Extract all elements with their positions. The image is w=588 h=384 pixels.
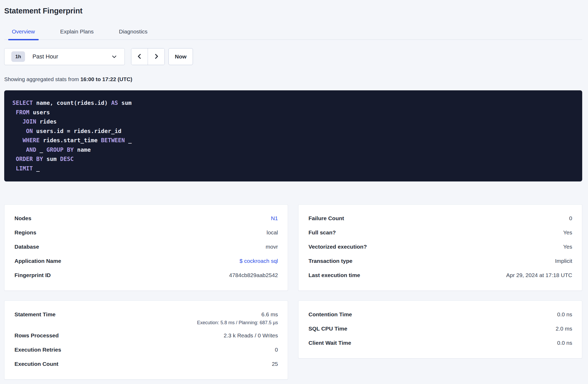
row-statement-time: Statement Time 6.6 ms: [14, 311, 278, 318]
stat-label: Rows Processed: [14, 332, 59, 339]
statement-info-card: Nodes N1 Regions local Database movr App…: [4, 204, 288, 291]
page-container: Statement Fingerprint Overview Explain P…: [0, 0, 588, 380]
stat-value: 0.0 ns: [557, 311, 572, 318]
stat-label: Database: [14, 244, 39, 250]
aggregated-stats-range: 16:00 to 17:22 (UTC): [80, 76, 132, 82]
stat-value: local: [267, 229, 278, 236]
previous-interval-button[interactable]: [131, 48, 148, 65]
execution-attributes-card: Failure Count 0 Full scan? Yes Vectorize…: [298, 204, 582, 291]
sql-statement: SELECT name, count(rides.id) AS sum FROM…: [4, 90, 582, 181]
stat-label: Statement Time: [14, 311, 56, 318]
time-range-badge: 1h: [11, 51, 25, 62]
stat-label: Last execution time: [308, 272, 360, 278]
tab-overview[interactable]: Overview: [8, 28, 39, 40]
statement-time-breakdown: Execution: 5.8 ms / Planning: 687.5 µs: [14, 319, 278, 326]
stat-label: Vectorized execution?: [308, 244, 367, 250]
tab-diagnostics[interactable]: Diagnostics: [115, 28, 151, 40]
stat-value: 4784cb829aab2542: [229, 272, 278, 278]
next-interval-button[interactable]: [148, 48, 165, 65]
stat-value: 6.6 ms: [261, 311, 278, 318]
row-full-scan: Full scan? Yes: [308, 229, 572, 237]
stat-label: Full scan?: [308, 229, 336, 236]
stat-value: 25: [272, 361, 278, 367]
row-client-wait-time: Client Wait Time 0.0 ns: [308, 340, 572, 348]
stat-value: 0: [275, 347, 278, 353]
stat-label: Regions: [14, 229, 36, 236]
row-rows-processed: Rows Processed 2.3 k Reads / 0 Writes: [14, 332, 278, 340]
row-vectorized-execution: Vectorized execution? Yes: [308, 244, 572, 252]
application-name-link[interactable]: $ cockroach sql: [240, 258, 278, 264]
stat-label: Fingerprint ID: [14, 272, 51, 278]
time-range-label: Past Hour: [32, 53, 58, 60]
stat-label: Transaction type: [308, 258, 352, 264]
stat-label: Failure Count: [308, 215, 344, 221]
stat-label: Nodes: [14, 215, 31, 221]
now-button[interactable]: Now: [168, 48, 193, 65]
stat-value: 0.0 ns: [557, 340, 572, 346]
stat-value: 2.3 k Reads / 0 Writes: [224, 332, 278, 339]
time-range-select[interactable]: 1h Past Hour: [4, 48, 125, 65]
stat-value: Yes: [563, 244, 572, 250]
row-nodes: Nodes N1: [14, 215, 278, 223]
stat-value: Yes: [563, 229, 572, 236]
wait-times-card: Contention Time 0.0 ns SQL CPU Time 2.0 …: [298, 301, 582, 358]
stat-value: 0: [569, 215, 572, 221]
stat-value: 2.0 ms: [556, 326, 572, 332]
nodes-link[interactable]: N1: [271, 215, 278, 221]
aggregated-stats-line: Showing aggregated stats from 16:00 to 1…: [4, 76, 582, 82]
stat-value: Implicit: [555, 258, 572, 264]
tab-explain-plans[interactable]: Explain Plans: [57, 28, 97, 40]
stat-value: Apr 29, 2024 at 17:18 UTC: [506, 272, 572, 278]
row-regions: Regions local: [14, 229, 278, 237]
chevron-down-icon: [111, 53, 118, 60]
row-transaction-type: Transaction type Implicit: [308, 258, 572, 266]
row-application-name: Application Name $ cockroach sql: [14, 258, 278, 266]
row-last-execution-time: Last execution time Apr 29, 2024 at 17:1…: [308, 272, 572, 280]
row-database: Database movr: [14, 244, 278, 252]
page-title: Statement Fingerprint: [4, 6, 582, 15]
summary-cards: Nodes N1 Regions local Database movr App…: [4, 204, 582, 380]
chevron-left-icon: [136, 53, 143, 60]
row-failure-count: Failure Count 0: [308, 215, 572, 223]
chevron-right-icon: [153, 53, 160, 60]
aggregated-stats-prefix: Showing aggregated stats from: [4, 76, 80, 82]
stat-value: movr: [266, 244, 278, 250]
row-fingerprint-id: Fingerprint ID 4784cb829aab2542: [14, 272, 278, 280]
stat-label: SQL CPU Time: [308, 326, 347, 332]
stat-label: Contention Time: [308, 311, 352, 318]
row-sql-cpu-time: SQL CPU Time 2.0 ms: [308, 326, 572, 333]
stat-label: Application Name: [14, 258, 61, 264]
stat-label: Client Wait Time: [308, 340, 351, 346]
stat-label: Execution Count: [14, 361, 58, 367]
stat-label: Execution Retries: [14, 347, 61, 353]
row-contention-time: Contention Time 0.0 ns: [308, 311, 572, 319]
row-execution-retries: Execution Retries 0: [14, 347, 278, 355]
timing-card: Statement Time 6.6 ms Execution: 5.8 ms …: [4, 301, 288, 380]
time-picker-row: 1h Past Hour Now: [4, 48, 582, 65]
tab-bar: Overview Explain Plans Diagnostics: [4, 28, 582, 40]
time-step-group: [131, 48, 165, 65]
row-execution-count: Execution Count 25: [14, 361, 278, 369]
